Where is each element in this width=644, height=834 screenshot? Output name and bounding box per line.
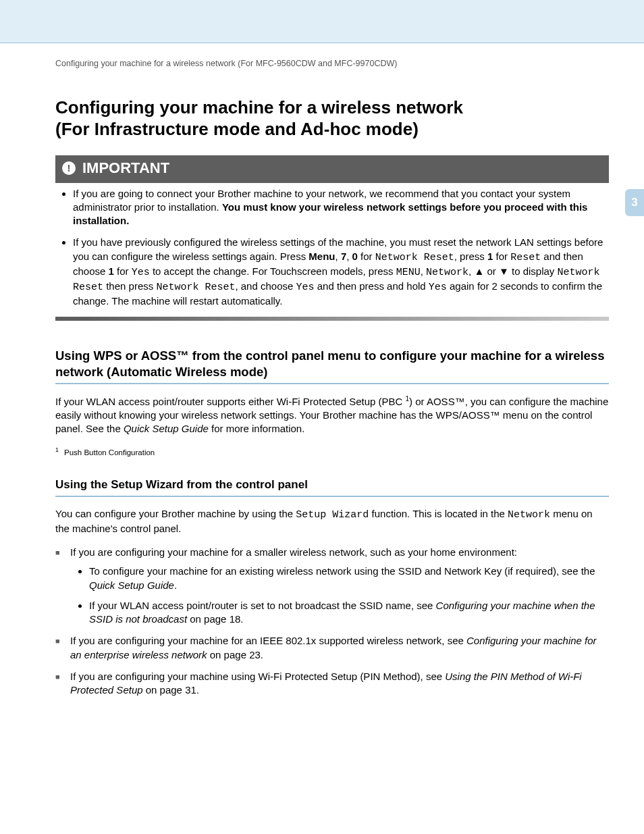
important-list: If you are going to connect your Brother… <box>55 187 609 309</box>
section-heading-wizard: Using the Setup Wizard from the control … <box>55 477 609 493</box>
list-item: If you are configuring your machine for … <box>68 634 609 662</box>
alert-icon: ! <box>62 161 76 175</box>
heading-rule <box>55 383 609 384</box>
list-item: If your WLAN access point/router is set … <box>89 599 609 627</box>
list-item: If you are going to connect your Brother… <box>73 187 609 228</box>
list-item: To configure your machine for an existin… <box>89 565 609 592</box>
title-line-1: Configuring your machine for a wireless … <box>55 97 463 118</box>
up-arrow-icon: ▲ <box>474 265 484 277</box>
section-divider <box>55 317 609 321</box>
footnote: 1Push Button Configuration <box>55 446 609 458</box>
heading-rule <box>55 496 609 497</box>
chapter-tab: 3 <box>625 189 644 216</box>
page-title: Configuring your machine for a wireless … <box>55 97 609 140</box>
list-item: If you have previously configured the wi… <box>73 236 609 308</box>
top-banner <box>0 0 644 43</box>
section-heading-wps: Using WPS or AOSS™ from the control pane… <box>55 348 609 380</box>
down-arrow-icon: ▼ <box>499 265 509 277</box>
paragraph: You can configure your Brother machine b… <box>55 507 609 536</box>
paragraph: If your WLAN access point/router support… <box>55 394 609 436</box>
important-banner: ! IMPORTANT <box>55 155 609 183</box>
list-item: If you are configuring your machine usin… <box>68 670 609 698</box>
important-label: IMPORTANT <box>82 158 169 178</box>
square-list: If you are configuring your machine for … <box>55 546 609 697</box>
inner-list: To configure your machine for an existin… <box>70 565 609 626</box>
title-line-2: (For Infrastructure mode and Ad-hoc mode… <box>55 119 419 139</box>
breadcrumb: Configuring your machine for a wireless … <box>55 58 609 70</box>
list-item: If you are configuring your machine for … <box>68 546 609 626</box>
